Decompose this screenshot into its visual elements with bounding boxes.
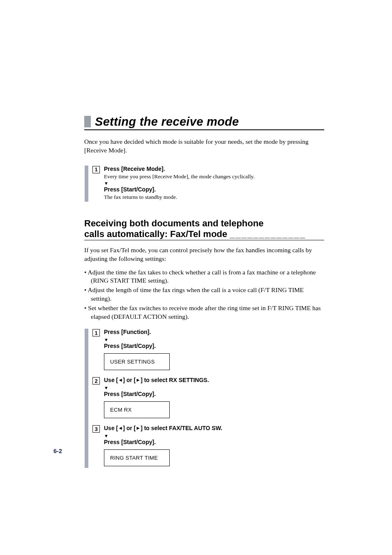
step-number-box: 3 [92, 425, 100, 433]
section-heading: Receiving both documents and telephone c… [84, 218, 324, 240]
procedure-block-a: 1 Press [Receive Mode]. Every time you p… [84, 166, 324, 202]
list-item: Set whether the fax switches to receive … [84, 304, 324, 321]
intro-paragraph: Once you have decided which mode is suit… [84, 138, 324, 155]
page-number: 6-2 [53, 448, 62, 454]
step-number-box: 1 [92, 166, 100, 173]
lcd-display: RING START TIME [104, 449, 170, 466]
step-heading-part: Use [ [104, 425, 118, 431]
list-item: Adjust the length of time the fax rings … [84, 286, 324, 303]
title-accent-bar [84, 116, 91, 127]
left-arrow-icon: ◄ [118, 377, 123, 383]
step-heading: Press [Receive Mode]. [104, 166, 324, 172]
step-heading-part: ] or [ [123, 425, 136, 431]
left-arrow-icon: ◄ [118, 425, 123, 431]
step-heading-part: ] to select FAX/TEL AUTO SW. [141, 425, 222, 431]
step-heading-part: ] or [ [123, 377, 136, 383]
list-item: Adjust the time the fax takes to check w… [84, 268, 324, 286]
step-description: Every time you press [Receive Mode], the… [104, 173, 324, 180]
step-sub-heading: Press [Start/Copy]. [104, 343, 324, 349]
step-heading: Use [◄] or [►] to select RX SETTINGS. [104, 377, 324, 383]
right-arrow-icon: ► [136, 425, 141, 431]
step-sub-heading: Press [Start/Copy]. [104, 439, 324, 445]
down-arrow-icon: ▼ [104, 386, 324, 390]
bullet-list: Adjust the time the fax takes to check w… [84, 268, 324, 322]
step-number-box: 1 [92, 329, 100, 336]
procedure-block-b: 1 Press [Function]. ▼ Press [Start/Copy]… [84, 329, 324, 468]
lcd-display: USER SETTINGS [104, 353, 170, 370]
step-heading: Use [◄] or [►] to select FAX/TEL AUTO SW… [104, 425, 324, 431]
step-sub-heading: Press [Start/Copy]. [104, 391, 324, 397]
main-title: Setting the receive mode [95, 115, 239, 129]
main-title-row: Setting the receive mode [84, 115, 324, 130]
step-heading: Press [Function]. [104, 329, 324, 335]
step-heading-part: ] to select RX SETTINGS. [141, 377, 209, 383]
step-heading-part: Use [ [104, 377, 118, 383]
down-arrow-icon: ▼ [104, 181, 324, 186]
step-sub-heading: Press [Start/Copy]. [104, 186, 324, 193]
step-sub-description: The fax returns to standby mode. [104, 193, 324, 201]
lcd-display: ECM RX [104, 401, 170, 418]
section-heading-fill: _____________ [230, 229, 306, 240]
step-rail [84, 329, 89, 468]
section-heading-line1: Receiving both documents and telephone [84, 218, 263, 228]
right-arrow-icon: ► [136, 377, 141, 383]
down-arrow-icon: ▼ [104, 434, 324, 438]
section-heading-line2: calls automatically: Fax/Tel mode [84, 229, 230, 239]
down-arrow-icon: ▼ [104, 338, 324, 342]
step-rail [84, 166, 89, 202]
section-intro: If you set Fax/Tel mode, you can control… [84, 246, 324, 263]
step-number-box: 2 [92, 377, 100, 385]
